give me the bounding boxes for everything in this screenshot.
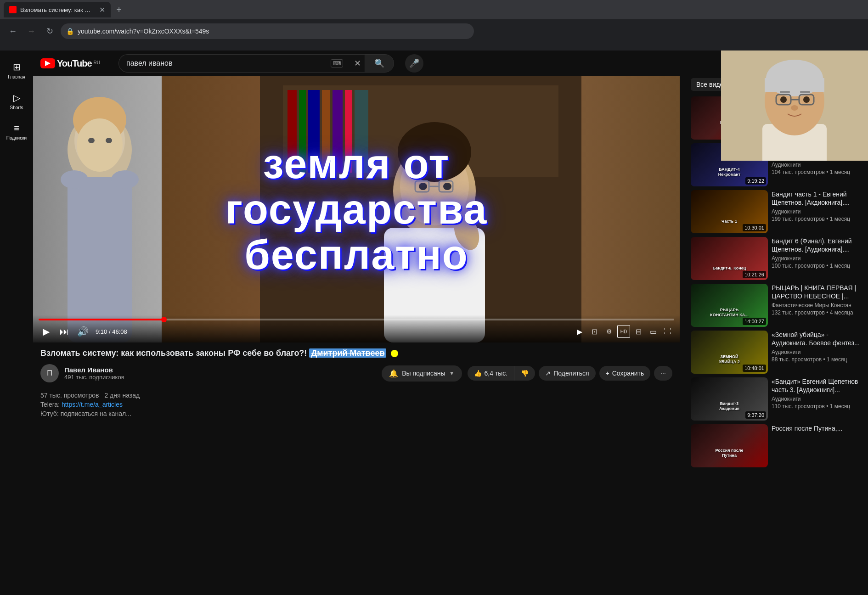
channel-info: Павел Иванов 491 тыс. подписчиков xyxy=(64,366,376,381)
rec-info-7: «Бандит» Евгений Щепетнов часть 3. [Ауди… xyxy=(772,377,861,421)
sidebar-item-shorts[interactable]: ▷ Shorts xyxy=(2,87,31,116)
chevron-down-icon: ▼ xyxy=(449,370,455,376)
miniplayer-btn[interactable]: ⊟ xyxy=(632,325,645,338)
hd-badge: HD xyxy=(617,325,630,338)
forward-button[interactable]: → xyxy=(24,24,39,39)
bell-icon: 🔔 xyxy=(389,369,398,378)
rec-thumb-8: Россия послеПутина xyxy=(691,424,768,467)
rec-meta-7: 110 тыс. просмотров • 1 месяц xyxy=(772,403,861,410)
subtitles-btn[interactable]: ⊡ xyxy=(588,325,601,338)
controls-right: ▶ ⊡ ⚙ HD ⊟ ▭ ⛶ xyxy=(573,325,674,338)
rec-channel-5: Фантастические Миры Констан xyxy=(772,302,861,309)
rec-meta-3: 199 тыс. просмотров • 1 месяц xyxy=(772,216,861,222)
rec-meta-2: 104 тыс. просмотров • 1 месяц xyxy=(772,169,861,175)
rec-meta-4: 100 тыс. просмотров • 1 месяц xyxy=(772,263,861,269)
action-row: 👍 6,4 тыс. 👎 ↗ Поделиться + xyxy=(468,366,672,381)
tab-close-btn[interactable]: ✕ xyxy=(99,6,105,14)
yt-logo[interactable]: YouTube RU xyxy=(40,58,100,69)
video-player[interactable]: земля от государства бесплатно ▶ ⏭ 🔊 xyxy=(33,76,680,342)
search-submit-button[interactable]: 🔍 xyxy=(365,54,394,73)
video-views-row: 57 тыс. просмотров 2 дня назад xyxy=(40,392,672,399)
svg-point-41 xyxy=(791,105,798,111)
reload-button[interactable]: ↻ xyxy=(42,24,57,39)
tab-title: Взломать систему: как использо... xyxy=(20,6,94,13)
rec-item-8[interactable]: Россия послеПутина Россия после Путина,.… xyxy=(691,424,861,467)
voice-search-button[interactable]: 🎤 xyxy=(405,54,423,73)
youtube-mode-btn[interactable]: ▶ xyxy=(573,325,586,338)
rec-item-3[interactable]: Часть 1 10:30:01 Бандит часть 1 - Евгени… xyxy=(691,190,861,233)
webcam-person-svg xyxy=(721,51,868,161)
play-button[interactable]: ▶ xyxy=(39,324,53,339)
share-button[interactable]: ↗ Поделиться xyxy=(539,366,595,381)
svg-point-7 xyxy=(61,170,88,189)
sidebar-item-home[interactable]: ⊞ Главная xyxy=(2,56,31,85)
thumbs-down-icon: 👎 xyxy=(521,370,529,377)
sidebar-item-subscriptions[interactable]: ≡ Подписки xyxy=(2,118,31,146)
rec-thumb-5: РЫЦАРЬКОНСТАНТИН КА... 14:00:27 xyxy=(691,284,768,327)
rec-channel-6: Аудиокниги xyxy=(772,349,861,355)
rec-meta-6: 88 тыс. просмотров • 1 месяц xyxy=(772,356,861,363)
rec-duration-3: 10:30:01 xyxy=(743,224,766,231)
rec-item-6[interactable]: ЗЕМНОЙУБИЙЦА 2 10:48:01 «Земной убийца» … xyxy=(691,331,861,374)
video-info: Взломать систему: как использовать закон… xyxy=(33,342,680,388)
subscriptions-icon: ≡ xyxy=(14,123,19,134)
search-bar[interactable]: павел иванов ⌨ xyxy=(118,54,350,73)
more-button[interactable]: ··· xyxy=(654,366,672,381)
rec-info-3: Бандит часть 1 - Евгений Щепетнов. [Акди… xyxy=(772,190,861,233)
new-tab-button[interactable]: + xyxy=(113,3,125,16)
rec-meta-5: 132 тыс. просмотров • 4 месяца xyxy=(772,309,861,316)
video-section: земля от государства бесплатно ▶ ⏭ 🔊 xyxy=(33,76,683,595)
nav-bar: ← → ↻ 🔒 youtube.com/watch?v=OkZrxcOXXXs&… xyxy=(0,19,868,43)
video-person-left xyxy=(33,76,166,342)
like-button[interactable]: 👍 6,4 тыс. xyxy=(468,366,515,381)
rec-info-8: Россия после Путина,... xyxy=(772,424,861,467)
rec-channel-7: Аудиокниги xyxy=(772,396,861,402)
rec-duration-7: 9:37:20 xyxy=(745,411,766,419)
svg-rect-35 xyxy=(800,91,810,93)
rec-thumb-6: ЗЕМНОЙУБИЙЦА 2 10:48:01 xyxy=(691,331,768,374)
title-highlight: Дмитрий Матвеев xyxy=(309,348,386,358)
browser-chrome: Взломать систему: как использо... ✕ + ← … xyxy=(0,0,868,51)
fullscreen-btn[interactable]: ⛶ xyxy=(661,325,674,338)
search-clear-button[interactable]: ✕ xyxy=(350,54,365,73)
next-button[interactable]: ⏭ xyxy=(57,324,72,339)
rec-duration-6: 10:48:01 xyxy=(743,365,766,372)
rec-title-4: Бандит 6 (Финал). Евгений Щепетнов. [Ауд… xyxy=(772,237,861,253)
dislike-button[interactable]: 👎 xyxy=(514,366,535,381)
view-count: 57 тыс. просмотров xyxy=(40,392,99,399)
time-display: 9:10 / 46:08 xyxy=(96,328,127,335)
rec-thumb-7: Бандит-3Академия 9:37:20 xyxy=(691,377,768,421)
video-meta: 57 тыс. просмотров 2 дня назад Telera: h… xyxy=(33,388,680,421)
rec-item-7[interactable]: Бандит-3Академия 9:37:20 «Бандит» Евгени… xyxy=(691,377,861,421)
search-container: павел иванов ⌨ ✕ 🔍 xyxy=(118,54,394,73)
rec-item-5[interactable]: РЫЦАРЬКОНСТАНТИН КА... 14:00:27 РЫЦАРЬ |… xyxy=(691,284,861,327)
telegram-link[interactable]: https://t.me/a_articles xyxy=(62,401,123,408)
svg-point-5 xyxy=(106,138,112,143)
like-dislike-group: 👍 6,4 тыс. 👎 xyxy=(468,366,535,381)
publish-date: 2 дня назад xyxy=(104,392,140,399)
yt-sidebar: ⊞ Главная ▷ Shorts ≡ Подписки xyxy=(0,51,33,595)
address-bar[interactable]: 🔒 youtube.com/watch?v=OkZrxcOXXXs&t=549s xyxy=(61,23,474,39)
rec-title-6: «Земной убийца» - Аудиокнига. Боевое фен… xyxy=(772,331,861,347)
video-overlay-text: земля от государства бесплатно xyxy=(196,141,517,278)
active-tab[interactable]: Взломать систему: как использо... ✕ xyxy=(4,2,111,17)
save-button[interactable]: + Сохранить xyxy=(599,366,651,381)
svg-point-8 xyxy=(111,170,139,189)
channel-avatar: П xyxy=(40,364,59,382)
settings-btn[interactable]: ⚙ xyxy=(603,325,615,338)
rec-title-5: РЫЦАРЬ | КНИГА ПЕРВАЯ | ЦАРСТВО НЕБЕСНОЕ… xyxy=(772,284,861,300)
channel-name[interactable]: Павел Иванов xyxy=(64,366,376,374)
rec-info-6: «Земной убийца» - Аудиокнига. Боевое фен… xyxy=(772,331,861,374)
rec-duration-4: 10:21:26 xyxy=(743,271,766,278)
youtube-logo-icon xyxy=(40,58,55,68)
volume-button[interactable]: 🔊 xyxy=(75,324,90,339)
back-button[interactable]: ← xyxy=(6,24,20,39)
progress-bar[interactable] xyxy=(39,319,674,320)
rec-duration-2: 9:19:22 xyxy=(745,177,766,185)
svg-rect-34 xyxy=(780,91,790,93)
theater-btn[interactable]: ▭ xyxy=(647,325,659,338)
overlay-line1: земля от xyxy=(196,141,517,187)
channel-subs: 491 тыс. подписчиков xyxy=(64,374,376,381)
subscribe-button[interactable]: 🔔 Вы подписаны ▼ xyxy=(382,365,462,382)
rec-item-4[interactable]: Бандит-6. Конец 10:21:26 Бандит 6 (Финал… xyxy=(691,237,861,280)
